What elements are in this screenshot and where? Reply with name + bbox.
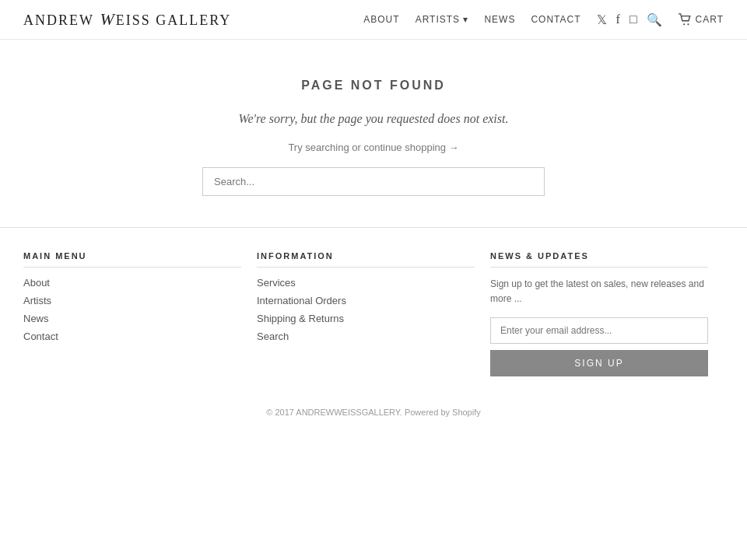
footer-about-link[interactable]: About — [23, 277, 241, 289]
site-footer: MAIN MENU About Artists News Contact INF… — [0, 228, 747, 432]
cart-icon — [678, 13, 692, 26]
footer-search-link[interactable]: Search — [257, 331, 475, 342]
logo-text: ANDREW WEISS GALLERY — [23, 9, 231, 30]
logo[interactable]: ANDREW WEISS GALLERY — [23, 9, 231, 30]
search-input[interactable] — [202, 167, 545, 196]
page-not-found-heading: PAGE NOT FOUND — [23, 79, 724, 93]
nav-about[interactable]: ABOUT — [363, 14, 399, 25]
site-header: ANDREW WEISS GALLERY ABOUT ARTISTS ▾ NEW… — [0, 0, 747, 40]
continue-shopping-link[interactable]: continue shopping → — [363, 142, 458, 153]
news-updates-title: NEWS & UPDATES — [490, 251, 708, 268]
logo-part1: ANDREW — [23, 12, 94, 28]
footer-columns: MAIN MENU About Artists News Contact INF… — [23, 251, 724, 376]
instagram-icon[interactable]: □ — [630, 12, 637, 26]
svg-point-0 — [683, 23, 685, 25]
footer-news-link[interactable]: News — [23, 313, 241, 324]
footer-news-updates: NEWS & UPDATES Sign up to get the latest… — [490, 251, 724, 376]
cart-label: CART — [696, 14, 724, 25]
footer-artists-link[interactable]: Artists — [23, 295, 241, 306]
nav-contact[interactable]: CONTACT — [531, 14, 580, 25]
logo-part2: EISS GALLERY — [116, 12, 232, 28]
footer-contact-link[interactable]: Contact — [23, 331, 241, 342]
copyright-text: © 2017 ANDREWWEISSGALLERY. — [266, 408, 402, 417]
social-icons: 𝕏 f □ 🔍 — [597, 12, 662, 27]
signup-button[interactable]: SIGN UP — [490, 350, 708, 376]
sorry-message: We're sorry, but the page you requested … — [23, 112, 724, 126]
try-searching-text: Try searching or — [288, 142, 360, 153]
search-prompt: Try searching or continue shopping → — [23, 142, 724, 153]
footer-services-link[interactable]: Services — [257, 277, 475, 289]
footer-main-menu: MAIN MENU About Artists News Contact — [23, 251, 257, 376]
email-input[interactable] — [490, 317, 708, 344]
footer-bottom: © 2017 ANDREWWEISSGALLERY. Powered by Sh… — [23, 400, 724, 417]
main-content: PAGE NOT FOUND We're sorry, but the page… — [0, 40, 747, 227]
footer-international-orders-link[interactable]: International Orders — [257, 295, 475, 306]
news-description: Sign up to get the latest on sales, new … — [490, 277, 708, 306]
logo-italic: W — [94, 9, 116, 29]
svg-point-1 — [687, 23, 689, 25]
information-title: INFORMATION — [257, 251, 475, 268]
cart-link[interactable]: CART — [678, 13, 724, 26]
search-container — [202, 167, 545, 196]
nav-artists[interactable]: ARTISTS ▾ — [416, 14, 469, 25]
footer-shipping-returns-link[interactable]: Shipping & Returns — [257, 313, 475, 324]
search-icon[interactable]: 🔍 — [647, 12, 662, 27]
shopify-link[interactable]: Powered by Shopify — [405, 408, 481, 417]
twitter-icon[interactable]: 𝕏 — [597, 12, 607, 27]
nav-news[interactable]: NEWS — [484, 14, 515, 25]
main-nav: ABOUT ARTISTS ▾ NEWS CONTACT 𝕏 f □ 🔍 CAR… — [363, 12, 724, 27]
footer-information: INFORMATION Services International Order… — [257, 251, 490, 376]
facebook-icon[interactable]: f — [616, 12, 620, 26]
main-menu-title: MAIN MENU — [23, 251, 241, 268]
